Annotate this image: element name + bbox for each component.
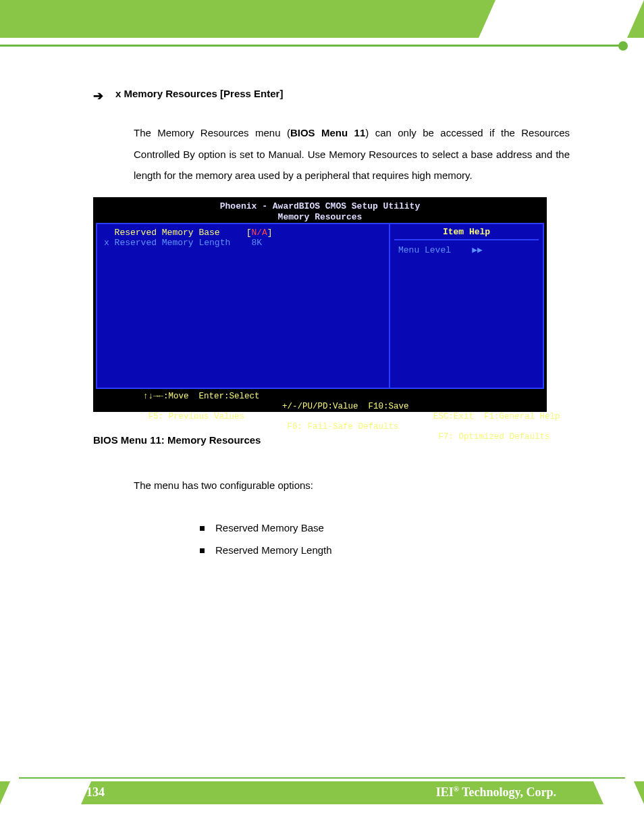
square-bullet-icon — [200, 548, 205, 553]
footer-slope-right — [593, 781, 644, 804]
options-intro: The menu has two configurable options: — [134, 479, 313, 491]
list-item-label: Reserved Memory Base — [215, 517, 324, 539]
list-item: Reserved Memory Length — [200, 539, 332, 561]
intro-paragraph: The Memory Resources menu (BIOS Menu 11)… — [134, 122, 570, 186]
row1-bracket-close: ] — [267, 228, 273, 238]
bios-footer: ↑↓→←:Move Enter:Select F5: Previous Valu… — [96, 361, 544, 412]
registered-icon: ® — [454, 785, 459, 793]
bios-title-line2: Memory Resources — [278, 212, 363, 222]
bios-title: Phoenix - AwardBIOS CMOS Setup Utility M… — [93, 201, 547, 222]
item-help-heading: Item Help — [394, 227, 539, 237]
row1-label: Reserved Memory Base — [104, 228, 246, 238]
section-heading-row: ➔ x Memory Resources [Press Enter] — [93, 88, 570, 103]
page-number: 134 — [86, 785, 105, 800]
figure-caption: BIOS Menu 11: Memory Resources — [93, 434, 261, 446]
company-suffix: Technology, Corp. — [459, 785, 556, 799]
menu-level-text: Menu Level ▶▶ — [398, 244, 483, 255]
document-page: ➔ x Memory Resources [Press Enter] The M… — [0, 0, 644, 834]
section-heading: x Memory Resources [Press Enter] — [115, 88, 283, 99]
footer-right-1: ESC:Exit F1:General Help — [433, 412, 560, 421]
header-rule — [0, 45, 622, 47]
company-prefix: IEI — [436, 785, 454, 799]
header-dot-icon — [618, 41, 628, 51]
square-bullet-icon — [200, 526, 205, 531]
footer-rule — [19, 777, 625, 779]
footer-mid-1: +/-/PU/PD:Value F10:Save — [282, 402, 409, 411]
bios-footer-left: ↑↓→←:Move Enter:Select F5: Previous Valu… — [103, 382, 238, 432]
footer-right-2: F7: Optimized Defaults — [433, 432, 550, 442]
bios-row-reserved-memory-length: x Reserved Memory Length 8K — [104, 238, 381, 249]
bios-row-reserved-memory-base: Reserved Memory Base [N/A] — [104, 228, 381, 238]
row2-value: 8K — [246, 238, 262, 249]
bios-footer-right: ESC:Exit F1:General Help F7: Optimized D… — [393, 402, 548, 452]
para-pre: The Memory Resources menu ( — [134, 127, 290, 138]
row2-label: x Reserved Memory Length — [104, 238, 246, 249]
content-block: ➔ x Memory Resources [Press Enter] The M… — [93, 88, 570, 186]
list-item-label: Reserved Memory Length — [215, 539, 332, 561]
footer-mid-2: F6: Fail-Safe Defaults — [282, 422, 399, 432]
bios-left-pane: Reserved Memory Base [N/A] x Reserved Me… — [104, 228, 381, 249]
bios-title-line1: Phoenix - AwardBIOS CMOS Setup Utility — [220, 201, 420, 211]
row1-value: N/A — [251, 228, 267, 238]
help-separator — [394, 239, 539, 240]
footer-slope-left — [0, 781, 91, 804]
row1-bracket-open: [ — [246, 228, 252, 238]
para-bold: BIOS Menu 11 — [290, 127, 365, 138]
header-band — [0, 0, 644, 38]
list-item: Reserved Memory Base — [200, 517, 332, 539]
company-name: IEI® Technology, Corp. — [436, 785, 556, 800]
footer-left-2: F5: Previous Values — [143, 412, 244, 421]
bios-footer-mid: +/-/PU/PD:Value F10:Save F6: Fail-Safe D… — [242, 392, 390, 442]
arrow-right-icon: ➔ — [93, 88, 103, 103]
options-list: Reserved Memory Base Reserved Memory Len… — [200, 517, 332, 561]
bios-screenshot: Phoenix - AwardBIOS CMOS Setup Utility M… — [93, 197, 547, 412]
